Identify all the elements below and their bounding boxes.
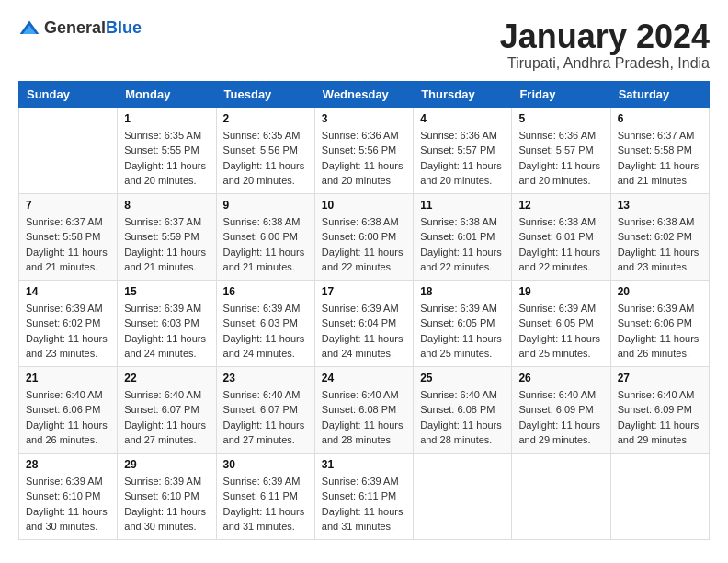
calendar-day-cell: 18Sunrise: 6:39 AMSunset: 6:05 PMDayligh… [414,280,512,366]
calendar-day-cell: 21Sunrise: 6:40 AMSunset: 6:06 PMDayligh… [19,366,118,453]
title-area: January 2024 Tirupati, Andhra Pradesh, I… [500,18,710,72]
calendar-day-cell: 24Sunrise: 6:40 AMSunset: 6:08 PMDayligh… [314,366,413,453]
day-info: Sunrise: 6:38 AMSunset: 6:01 PMDaylight:… [518,214,603,275]
day-number: 31 [322,458,406,471]
day-info: Sunrise: 6:40 AMSunset: 6:09 PMDaylight:… [518,387,603,448]
day-number: 19 [518,285,603,298]
day-number: 3 [322,112,406,125]
calendar-day-cell: 10Sunrise: 6:38 AMSunset: 6:00 PMDayligh… [314,193,413,280]
calendar-week-row: 14Sunrise: 6:39 AMSunset: 6:02 PMDayligh… [19,280,710,366]
day-info: Sunrise: 6:37 AMSunset: 5:58 PMDaylight:… [26,214,110,275]
day-info: Sunrise: 6:35 AMSunset: 5:55 PMDaylight:… [124,128,209,189]
calendar-day-cell [610,453,709,539]
day-info: Sunrise: 6:40 AMSunset: 6:06 PMDaylight:… [26,387,110,448]
calendar-day-cell: 13Sunrise: 6:38 AMSunset: 6:02 PMDayligh… [610,193,709,280]
day-number: 10 [322,199,406,212]
calendar-day-cell: 2Sunrise: 6:35 AMSunset: 5:56 PMDaylight… [216,107,314,193]
day-info: Sunrise: 6:40 AMSunset: 6:07 PMDaylight:… [223,387,308,448]
day-info: Sunrise: 6:35 AMSunset: 5:56 PMDaylight:… [223,128,308,189]
calendar-day-cell: 5Sunrise: 6:36 AMSunset: 5:57 PMDaylight… [512,107,610,193]
calendar-day-cell: 28Sunrise: 6:39 AMSunset: 6:10 PMDayligh… [19,453,118,539]
day-number: 4 [420,112,505,125]
calendar-day-cell [414,453,512,539]
calendar-day-cell: 4Sunrise: 6:36 AMSunset: 5:57 PMDaylight… [414,107,512,193]
day-number: 17 [322,285,406,298]
day-number: 9 [223,199,308,212]
day-info: Sunrise: 6:39 AMSunset: 6:04 PMDaylight:… [322,301,406,362]
calendar-day-cell: 12Sunrise: 6:38 AMSunset: 6:01 PMDayligh… [512,193,610,280]
calendar-day-cell [512,453,610,539]
day-number: 14 [26,285,110,298]
calendar-day-cell: 14Sunrise: 6:39 AMSunset: 6:02 PMDayligh… [19,280,118,366]
calendar-week-row: 21Sunrise: 6:40 AMSunset: 6:06 PMDayligh… [19,366,710,453]
day-number: 23 [223,372,308,385]
day-info: Sunrise: 6:39 AMSunset: 6:03 PMDaylight:… [223,301,308,362]
day-number: 13 [618,199,702,212]
day-number: 29 [124,458,209,471]
day-info: Sunrise: 6:38 AMSunset: 6:02 PMDaylight:… [618,214,702,275]
weekday-header-cell: Saturday [610,81,709,107]
day-number: 6 [618,112,702,125]
calendar-day-cell: 15Sunrise: 6:39 AMSunset: 6:03 PMDayligh… [118,280,216,366]
day-number: 21 [26,372,110,385]
day-info: Sunrise: 6:39 AMSunset: 6:05 PMDaylight:… [420,301,505,362]
calendar-day-cell: 9Sunrise: 6:38 AMSunset: 6:00 PMDaylight… [216,193,314,280]
day-info: Sunrise: 6:40 AMSunset: 6:07 PMDaylight:… [124,387,209,448]
day-number: 11 [420,199,505,212]
day-info: Sunrise: 6:39 AMSunset: 6:11 PMDaylight:… [223,474,308,534]
page-header: GeneralBlue January 2024 Tirupati, Andhr… [18,18,710,72]
day-info: Sunrise: 6:40 AMSunset: 6:08 PMDaylight:… [420,387,505,448]
calendar-day-cell: 25Sunrise: 6:40 AMSunset: 6:08 PMDayligh… [414,366,512,453]
day-info: Sunrise: 6:36 AMSunset: 5:56 PMDaylight:… [322,128,406,189]
calendar-week-row: 7Sunrise: 6:37 AMSunset: 5:58 PMDaylight… [19,193,710,280]
day-number: 24 [322,372,406,385]
weekday-header-row: SundayMondayTuesdayWednesdayThursdayFrid… [19,81,710,107]
day-info: Sunrise: 6:37 AMSunset: 5:58 PMDaylight:… [618,128,702,189]
calendar-day-cell: 22Sunrise: 6:40 AMSunset: 6:07 PMDayligh… [118,366,216,453]
day-number: 2 [223,112,308,125]
day-info: Sunrise: 6:38 AMSunset: 6:01 PMDaylight:… [420,214,505,275]
calendar-day-cell: 11Sunrise: 6:38 AMSunset: 6:01 PMDayligh… [414,193,512,280]
day-info: Sunrise: 6:39 AMSunset: 6:06 PMDaylight:… [618,301,702,362]
day-info: Sunrise: 6:39 AMSunset: 6:02 PMDaylight:… [26,301,110,362]
day-info: Sunrise: 6:37 AMSunset: 5:59 PMDaylight:… [124,214,209,275]
day-number: 27 [618,372,702,385]
day-info: Sunrise: 6:38 AMSunset: 6:00 PMDaylight:… [322,214,406,275]
day-info: Sunrise: 6:40 AMSunset: 6:08 PMDaylight:… [322,387,406,448]
calendar-day-cell: 29Sunrise: 6:39 AMSunset: 6:10 PMDayligh… [118,453,216,539]
logo-text-blue: Blue [106,18,142,37]
day-number: 12 [518,199,603,212]
day-number: 28 [26,458,110,471]
calendar-week-row: 1Sunrise: 6:35 AMSunset: 5:55 PMDaylight… [19,107,710,193]
day-number: 15 [124,285,209,298]
calendar-day-cell: 7Sunrise: 6:37 AMSunset: 5:58 PMDaylight… [19,193,118,280]
calendar-day-cell: 3Sunrise: 6:36 AMSunset: 5:56 PMDaylight… [314,107,413,193]
day-number: 22 [124,372,209,385]
day-number: 8 [124,199,209,212]
day-number: 30 [223,458,308,471]
calendar-day-cell [19,107,118,193]
calendar-week-row: 28Sunrise: 6:39 AMSunset: 6:10 PMDayligh… [19,453,710,539]
calendar-day-cell: 17Sunrise: 6:39 AMSunset: 6:04 PMDayligh… [314,280,413,366]
calendar-day-cell: 8Sunrise: 6:37 AMSunset: 5:59 PMDaylight… [118,193,216,280]
day-info: Sunrise: 6:39 AMSunset: 6:11 PMDaylight:… [322,474,406,534]
day-info: Sunrise: 6:39 AMSunset: 6:05 PMDaylight:… [518,301,603,362]
logo-text-general: General [44,18,106,37]
month-title: January 2024 [500,18,710,55]
calendar-day-cell: 19Sunrise: 6:39 AMSunset: 6:05 PMDayligh… [512,280,610,366]
calendar-day-cell: 23Sunrise: 6:40 AMSunset: 6:07 PMDayligh… [216,366,314,453]
logo: GeneralBlue [18,18,142,38]
day-info: Sunrise: 6:36 AMSunset: 5:57 PMDaylight:… [420,128,505,189]
calendar-day-cell: 31Sunrise: 6:39 AMSunset: 6:11 PMDayligh… [314,453,413,539]
logo-icon [18,19,40,38]
calendar-table: SundayMondayTuesdayWednesdayThursdayFrid… [18,81,710,540]
calendar-day-cell: 26Sunrise: 6:40 AMSunset: 6:09 PMDayligh… [512,366,610,453]
weekday-header-cell: Wednesday [314,81,413,107]
location-subtitle: Tirupati, Andhra Pradesh, India [500,55,710,72]
weekday-header-cell: Tuesday [216,81,314,107]
calendar-day-cell: 20Sunrise: 6:39 AMSunset: 6:06 PMDayligh… [610,280,709,366]
day-info: Sunrise: 6:39 AMSunset: 6:03 PMDaylight:… [124,301,209,362]
calendar-day-cell: 16Sunrise: 6:39 AMSunset: 6:03 PMDayligh… [216,280,314,366]
day-info: Sunrise: 6:40 AMSunset: 6:09 PMDaylight:… [618,387,702,448]
calendar-day-cell: 6Sunrise: 6:37 AMSunset: 5:58 PMDaylight… [610,107,709,193]
